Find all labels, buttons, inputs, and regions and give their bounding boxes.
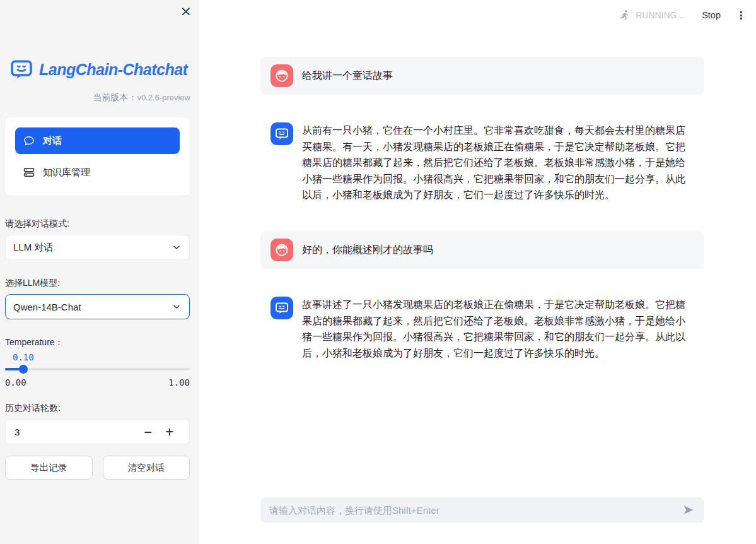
slider-track[interactable] <box>5 365 190 374</box>
user-message: 好的，你能概述刚才的故事吗 <box>260 231 704 269</box>
assistant-avatar <box>270 297 293 319</box>
send-arrow-icon <box>683 505 694 515</box>
history-rounds-value: 3 <box>15 427 137 437</box>
message-text: 给我讲一个童话故事 <box>302 68 393 84</box>
temperature-value: 0.10 <box>13 352 190 362</box>
history-rounds-label: 历史对话轮数: <box>5 403 190 414</box>
message-text: 从前有一只小猪，它住在一个小村庄里。它非常喜欢吃甜食，每天都会去村里的糖果店买糖… <box>302 122 694 203</box>
user-avatar <box>270 64 293 87</box>
dialog-mode-label: 请选择对话模式: <box>5 218 190 230</box>
chat-bubble-logo-icon <box>10 58 33 81</box>
message-text: 故事讲述了一只小猪发现糖果店的老板娘正在偷糖果，于是它决定帮助老板娘。它把糖果店… <box>302 297 694 361</box>
history-rounds-input[interactable]: 3 − + <box>5 419 190 444</box>
app-window: × LangChain-Chatchat 当前版本：v0.2.6-preview… <box>0 0 756 544</box>
assistant-message: 从前有一只小猪，它住在一个小村庄里。它非常喜欢吃甜食，每天都会去村里的糖果店买糖… <box>260 115 704 211</box>
chat-input[interactable] <box>269 505 680 516</box>
version-label: 当前版本： <box>93 92 137 102</box>
user-message: 给我讲一个童话故事 <box>260 57 704 95</box>
speech-bubble-icon <box>23 134 35 147</box>
nav-item-knowledge-base[interactable]: 知识库管理 <box>15 159 180 186</box>
chat-input-bar <box>260 497 704 523</box>
nav-item-label: 对话 <box>43 135 62 147</box>
user-avatar <box>270 239 293 261</box>
chevron-down-icon <box>172 302 182 312</box>
message-list: 给我讲一个童话故事 从前有一只小猪，它住在一个小村庄里。它非常喜欢吃甜食，每天都… <box>260 0 704 369</box>
assistant-avatar <box>270 122 293 145</box>
temperature-label: Temperature： <box>5 337 190 348</box>
dialog-mode-value: LLM 对话 <box>13 242 172 254</box>
chat-bubble-smiley-icon <box>274 300 289 316</box>
increment-button[interactable]: + <box>159 425 180 438</box>
decrement-button[interactable]: − <box>137 425 159 438</box>
llm-model-select[interactable]: Qwen-14B-Chat <box>5 294 190 319</box>
nav-item-dialogue[interactable]: 对话 <box>15 127 180 154</box>
slider-thumb[interactable] <box>19 365 28 374</box>
dialog-mode-select[interactable]: LLM 对话 <box>5 235 190 260</box>
user-face-icon <box>274 68 289 83</box>
nav-card: 对话 知识库管理 <box>5 117 190 196</box>
chat-bubble-smiley-icon <box>274 126 289 141</box>
database-icon <box>23 166 35 179</box>
app-title: LangChain-Chatchat <box>39 61 187 79</box>
sidebar: × LangChain-Chatchat 当前版本：v0.2.6-preview… <box>0 0 199 544</box>
user-face-icon <box>274 242 289 257</box>
llm-model-label: 选择LLM模型: <box>5 278 190 289</box>
chevron-down-icon <box>172 242 182 252</box>
chat-column: 给我讲一个童话故事 从前有一只小猪，它住在一个小村庄里。它非常喜欢吃甜食，每天都… <box>260 0 704 544</box>
export-history-button[interactable]: 导出记录 <box>5 456 93 480</box>
llm-model-value: Qwen-14B-Chat <box>13 302 172 312</box>
assistant-message: 故事讲述了一只小猪发现糖果店的老板娘正在偷糖果，于是它决定帮助老板娘。它把糖果店… <box>260 289 704 369</box>
slider-max-label: 1.00 <box>168 377 190 387</box>
slider-min-label: 0.00 <box>5 377 26 387</box>
main-area: RUNNING... Stop ⋮ 给我讲一个童话故事 <box>199 0 756 544</box>
temperature-slider: 0.10 0.00 1.00 <box>5 352 190 387</box>
version-value: v0.2.6-preview <box>137 93 190 102</box>
send-button[interactable] <box>680 502 697 517</box>
stop-button[interactable]: Stop <box>702 10 721 20</box>
clear-dialogue-button[interactable]: 清空对话 <box>103 456 190 480</box>
version-info: 当前版本：v0.2.6-preview <box>0 92 190 103</box>
logo: LangChain-Chatchat <box>10 58 189 81</box>
nav-item-label: 知识库管理 <box>43 167 90 179</box>
close-sidebar-icon[interactable]: × <box>180 3 192 20</box>
message-text: 好的，你能概述刚才的故事吗 <box>302 242 433 258</box>
kebab-menu-icon[interactable]: ⋮ <box>736 9 746 21</box>
